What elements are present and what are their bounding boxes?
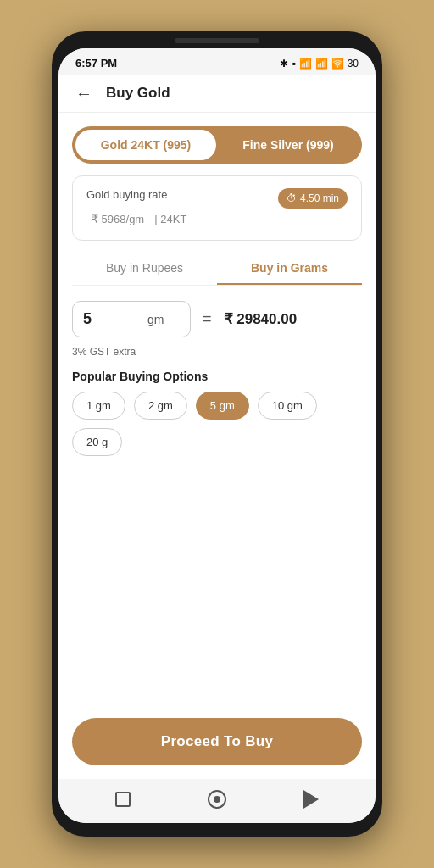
rate-info: Gold buying rate ₹ 5968/gm | 24KT xyxy=(86,188,186,228)
popular-options-label: Popular Buying Options xyxy=(72,370,362,383)
silver-tab[interactable]: Fine Silver (999) xyxy=(218,130,359,160)
signal-icon: 📶 xyxy=(315,58,328,70)
timer-value: 4.50 min xyxy=(300,192,339,204)
gst-note: 3% GST extra xyxy=(72,346,362,358)
status-time: 6:57 PM xyxy=(75,57,117,70)
rupee-value: ₹ 29840.00 xyxy=(224,310,298,328)
gold-tab[interactable]: Gold 24KT (995) xyxy=(75,130,216,160)
equals-sign: = xyxy=(203,310,212,328)
nav-home-icon[interactable] xyxy=(207,789,227,810)
rate-value: ₹ 5968/gm | 24KT xyxy=(86,206,186,228)
page-title: Buy Gold xyxy=(106,85,170,102)
input-row: gm = ₹ 29840.00 xyxy=(72,301,362,337)
option-20gm[interactable]: 20 g xyxy=(72,428,122,456)
rate-number: ₹ 5968/gm xyxy=(92,213,144,225)
phone-notch xyxy=(175,38,259,43)
nav-square-icon[interactable] xyxy=(113,789,133,810)
buy-in-grams-tab[interactable]: Buy in Grams xyxy=(217,253,362,285)
product-toggle: Gold 24KT (995) Fine Silver (999) xyxy=(72,126,362,164)
main-content: Gold 24KT (995) Fine Silver (999) Gold b… xyxy=(58,113,376,779)
gram-input-wrap: gm xyxy=(72,301,191,337)
back-button[interactable]: ← xyxy=(75,85,92,102)
battery-icon: ▪ xyxy=(292,58,295,70)
battery-percent: 30 xyxy=(348,58,359,70)
option-10gm[interactable]: 10 gm xyxy=(258,392,317,420)
phone-frame: 6:57 PM ✱ ▪ 📶 📶 🛜 30 ← Buy Gold Gold 24K… xyxy=(52,31,382,837)
option-1gm[interactable]: 1 gm xyxy=(72,392,125,420)
rate-label: Gold buying rate xyxy=(86,188,186,201)
status-bar: 6:57 PM ✱ ▪ 📶 📶 🛜 30 xyxy=(58,48,376,75)
status-icons: ✱ ▪ 📶 📶 🛜 30 xyxy=(280,58,359,70)
rate-purity: | 24KT xyxy=(154,213,186,225)
option-5gm[interactable]: 5 gm xyxy=(196,392,249,420)
nav-back-icon[interactable] xyxy=(301,789,321,810)
rate-card: Gold buying rate ₹ 5968/gm | 24KT ⏱ 4.50… xyxy=(72,175,362,241)
wifi-icon: 🛜 xyxy=(331,58,344,70)
popular-options-section: Popular Buying Options 1 gm 2 gm 5 gm 10… xyxy=(72,370,362,456)
clock-icon: ⏱ xyxy=(287,192,297,204)
phone-screen: 6:57 PM ✱ ▪ 📶 📶 🛜 30 ← Buy Gold Gold 24K… xyxy=(58,48,376,823)
option-2gm[interactable]: 2 gm xyxy=(134,392,187,420)
options-row: 1 gm 2 gm 5 gm 10 gm 20 g xyxy=(72,392,362,456)
timer-badge: ⏱ 4.50 min xyxy=(278,188,348,209)
app-header: ← Buy Gold xyxy=(58,75,376,113)
gram-input[interactable] xyxy=(83,310,142,328)
buy-mode-tabs: Buy in Rupees Buy in Grams xyxy=(72,253,362,286)
proceed-to-buy-button[interactable]: Proceed To Buy xyxy=(72,718,362,765)
bottom-nav xyxy=(58,779,376,823)
bluetooth-icon: ✱ xyxy=(280,58,288,70)
buy-in-rupees-tab[interactable]: Buy in Rupees xyxy=(72,253,217,285)
gram-unit: gm xyxy=(147,313,164,326)
battery-level: 📶 xyxy=(299,58,312,70)
